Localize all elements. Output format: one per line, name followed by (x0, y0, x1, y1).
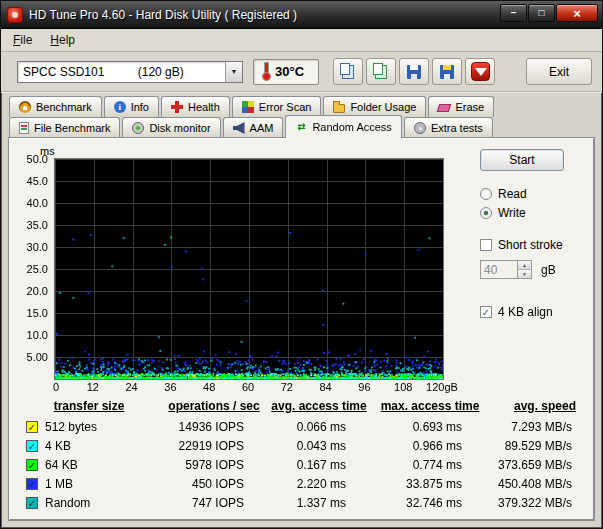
tab-file-benchmark[interactable]: File Benchmark (9, 117, 120, 138)
tab-health[interactable]: Health (161, 96, 230, 117)
download-update-button[interactable] (465, 58, 495, 85)
kb-align-checkbox-box[interactable] (480, 306, 492, 318)
ops-cell: 450 IOPS (162, 477, 266, 491)
menu-file[interactable]: File (5, 30, 40, 50)
short-stroke-value-row: ▲ ▼ gB (480, 260, 593, 279)
exit-button[interactable]: Exit (526, 58, 592, 85)
table-row: 1 MB450 IOPS2.220 ms33.875 ms450.408 MB/… (16, 474, 587, 493)
download-arrow-icon (471, 62, 490, 81)
y-tick-label: 45.0 (10, 175, 48, 187)
kb-align-label: 4 KB align (498, 305, 553, 319)
tab-label: Info (131, 101, 149, 113)
y-tick-label: 5.00 (10, 351, 48, 363)
short-stroke-checkbox-box[interactable] (480, 239, 492, 251)
file-benchmark-icon (19, 122, 29, 134)
short-stroke-input[interactable] (480, 260, 518, 279)
avg-cell: 0.167 ms (266, 458, 372, 472)
y-tick-label: 15.0 (10, 307, 48, 319)
ops-cell: 14936 IOPS (162, 420, 266, 434)
max-cell: 33.875 ms (372, 477, 488, 491)
save-screenshot-button[interactable] (399, 58, 429, 85)
copy-text-button[interactable] (366, 58, 396, 85)
ops-cell: 5978 IOPS (162, 458, 266, 472)
temperature-value: 30°C (275, 64, 304, 79)
tab-label: Error Scan (259, 101, 312, 113)
tab-benchmark[interactable]: Benchmark (9, 96, 102, 117)
avg-cell: 0.066 ms (266, 420, 372, 434)
caption-buttons (500, 1, 598, 22)
app-window: HD Tune Pro 4.60 - Hard Disk Utility ( R… (0, 0, 603, 529)
series-checkbox[interactable] (26, 459, 38, 471)
minimize-button[interactable] (500, 4, 527, 22)
stepper-down-icon[interactable]: ▼ (518, 269, 531, 278)
short-stroke-unit-label: gB (541, 263, 556, 277)
tab-folder-usage[interactable]: Folder Usage (323, 96, 426, 117)
tab-label: Random Access (312, 121, 391, 133)
tab-strip: BenchmarkInfoHealthError ScanFolder Usag… (1, 92, 602, 138)
tab-label: Folder Usage (350, 101, 416, 113)
disk-monitor-icon (132, 122, 144, 134)
chevron-down-icon[interactable]: ▼ (225, 62, 242, 82)
random-access-icon (295, 121, 307, 133)
avg-cell: 0.043 ms (266, 439, 372, 453)
tab-info[interactable]: Info (104, 96, 159, 117)
menubar: File Help (1, 29, 602, 52)
maximize-button[interactable] (528, 4, 555, 22)
table-row: Random747 IOPS1.337 ms32.746 ms379.322 M… (16, 493, 587, 512)
stepper-up-icon[interactable]: ▲ (518, 261, 531, 269)
transfer-size-cell: Random (16, 496, 162, 510)
menu-help[interactable]: Help (42, 30, 83, 50)
tab-random-access[interactable]: Random Access (285, 115, 401, 138)
series-checkbox[interactable] (26, 497, 38, 509)
tab-label: Extra tests (431, 122, 483, 134)
read-radio[interactable]: Read (480, 187, 593, 201)
tab-label: AAM (250, 122, 274, 134)
table-row: 64 KB5978 IOPS0.167 ms0.774 ms373.659 MB… (16, 455, 587, 474)
series-checkbox[interactable] (26, 478, 38, 490)
transfer-size-label: 4 KB (45, 439, 71, 453)
start-button[interactable]: Start (480, 149, 564, 171)
column-header: max. access time (372, 399, 488, 417)
chart-stage: ms 50.045.040.035.030.025.020.015.010.05… (10, 139, 593, 391)
benchmark-icon (19, 101, 31, 113)
transfer-size-cell: 1 MB (16, 477, 162, 491)
y-tick-label: 50.0 (10, 153, 48, 165)
tab-label: Disk monitor (149, 122, 210, 134)
kb-align-checkbox[interactable]: 4 KB align (480, 305, 593, 319)
short-stroke-label: Short stroke (498, 238, 563, 252)
write-radio-circle[interactable] (480, 207, 492, 219)
column-header: avg. speed (488, 399, 602, 417)
write-radio[interactable]: Write (480, 206, 593, 220)
tab-row-1: BenchmarkInfoHealthError ScanFolder Usag… (9, 96, 594, 117)
tab-row-2: File BenchmarkDisk monitorAAMRandom Acce… (9, 117, 594, 138)
drive-select[interactable]: SPCC SSD101 (120 gB) ▼ (17, 61, 243, 83)
copy-screenshot-button[interactable] (333, 58, 363, 85)
column-header: transfer size (16, 399, 162, 417)
short-stroke-checkbox[interactable]: Short stroke (480, 238, 593, 252)
transfer-size-label: Random (45, 496, 90, 510)
series-checkbox[interactable] (26, 440, 38, 452)
titlebar[interactable]: HD Tune Pro 4.60 - Hard Disk Utility ( R… (1, 1, 602, 29)
column-header: avg. access time (266, 399, 372, 417)
save-text-button[interactable] (432, 58, 462, 85)
speed-cell: 373.659 MB/s (488, 458, 602, 472)
tab-aam[interactable]: AAM (223, 117, 284, 138)
random-access-tab-panel: ms 50.045.040.035.030.025.020.015.010.05… (9, 138, 594, 520)
transfer-size-cell: 512 bytes (16, 420, 162, 434)
ops-cell: 22919 IOPS (162, 439, 266, 453)
tab-erase[interactable]: Erase (428, 96, 494, 117)
info-icon (114, 101, 126, 113)
y-tick-label: 40.0 (10, 197, 48, 209)
tab-label: File Benchmark (34, 122, 110, 134)
y-axis-unit-label: ms (40, 145, 456, 157)
tab-disk-monitor[interactable]: Disk monitor (122, 117, 220, 138)
close-button[interactable] (556, 4, 598, 22)
save-screenshot-icon (407, 65, 421, 79)
series-checkbox[interactable] (26, 421, 38, 433)
transfer-size-cell: 4 KB (16, 439, 162, 453)
tab-extra-tests[interactable]: Extra tests (404, 117, 493, 138)
aam-icon (233, 122, 245, 134)
tab-error-scan[interactable]: Error Scan (232, 96, 322, 117)
read-radio-circle[interactable] (480, 188, 492, 200)
toolbar-button-group (333, 58, 495, 85)
